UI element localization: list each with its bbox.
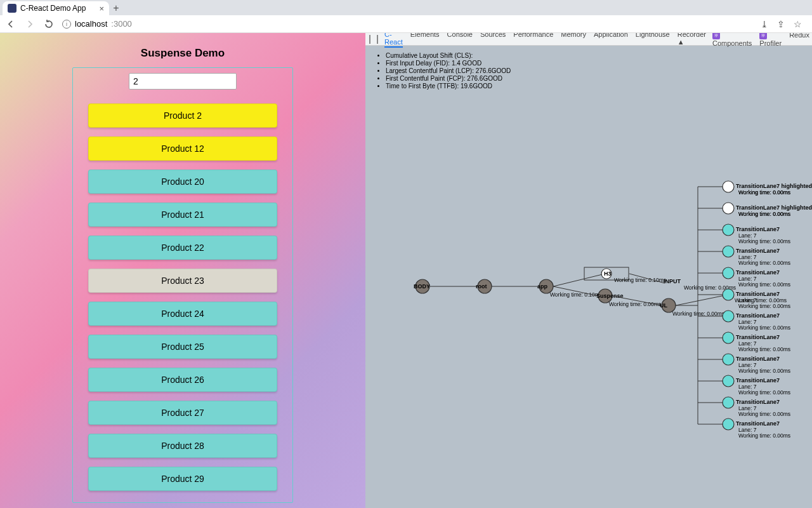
devtools-tab[interactable]: Application — [594, 33, 628, 48]
reload-icon[interactable] — [43, 18, 55, 30]
svg-line-25 — [676, 295, 728, 305]
url-host: localhost — [75, 19, 107, 29]
product-item[interactable]: Product 22 — [88, 236, 277, 260]
devtools-tab[interactable]: Lighthouse — [636, 33, 670, 48]
tab-title: C-React Demo App — [20, 4, 95, 13]
svg-point-31 — [723, 181, 734, 192]
svg-text:Working time: 0.00ms: Working time: 0.00ms — [738, 389, 790, 396]
browser-tab[interactable]: C-React Demo App × — [3, 1, 109, 15]
product-item[interactable]: Product 25 — [88, 335, 277, 359]
product-item[interactable]: Product 20 — [88, 170, 277, 194]
svg-point-51 — [723, 267, 734, 279]
toolbar: i localhost:3000 ⤓ ⇪ ☆ — [0, 15, 812, 33]
metrics-list: Cumulative Layout Shift (CLS):First Inpu… — [365, 46, 812, 90]
svg-text:TransitionLane7: TransitionLane7 — [736, 312, 780, 319]
svg-point-86 — [723, 418, 734, 430]
product-item[interactable]: Product 26 — [88, 368, 277, 392]
tab-strip: C-React Demo App × + — [0, 0, 812, 15]
svg-text:Working time: 0.00ms: Working time: 0.00ms — [738, 346, 790, 352]
svg-text:Working time: 0.00ms: Working time: 0.00ms — [738, 303, 790, 309]
new-tab-button[interactable]: + — [109, 1, 123, 15]
close-icon[interactable]: × — [99, 4, 104, 13]
svg-text:H3: H3 — [604, 271, 612, 277]
devtools-extensions: ⚛Components⚛ProfilerReduxAdBlock — [712, 33, 812, 47]
svg-text:UL: UL — [660, 302, 667, 309]
devtools-tabs: C-ReactElementsConsoleSourcesPerformance… — [384, 33, 706, 48]
devtools-tab[interactable]: Memory — [561, 33, 586, 48]
devtools-tab[interactable]: C-React — [384, 33, 403, 48]
svg-text:Working time: 0.00ms: Working time: 0.00ms — [738, 211, 790, 217]
devtools-tab[interactable]: Elements — [410, 33, 440, 48]
url-bar[interactable]: i localhost:3000 — [62, 17, 753, 31]
svg-text:TransitionLane7: TransitionLane7 — [736, 248, 780, 254]
svg-text:Working time: 0.00ms: Working time: 0.00ms — [738, 238, 790, 244]
product-list: Product 2Product 12Product 20Product 21P… — [88, 104, 277, 491]
product-item[interactable]: Product 12 — [88, 137, 277, 161]
svg-text:TransitionLane7: TransitionLane7 — [736, 420, 780, 427]
metric-item: First Input Delay (FID): 1.4 GOOD — [386, 60, 803, 67]
svg-point-81 — [723, 397, 734, 408]
svg-text:TransitionLane7: TransitionLane7 — [736, 334, 780, 340]
svg-point-41 — [723, 224, 734, 236]
product-item[interactable]: Product 2 — [88, 104, 277, 128]
element-picker-icon[interactable] — [369, 35, 370, 44]
svg-text:app: app — [537, 283, 548, 290]
svg-point-76 — [723, 375, 734, 387]
svg-text:TransitionLane7: TransitionLane7 — [736, 291, 780, 297]
forward-icon[interactable] — [24, 18, 36, 30]
svg-text:Working time: 0.00ms: Working time: 0.00ms — [738, 189, 790, 196]
page-title: Suspense Demo — [141, 47, 225, 60]
search-input[interactable] — [129, 73, 237, 90]
svg-text:Working time: 0.00ms: Working time: 0.00ms — [738, 260, 790, 266]
install-icon[interactable]: ⤓ — [761, 19, 768, 29]
url-port: :3000 — [111, 19, 132, 29]
svg-text:TransitionLane7: TransitionLane7 — [736, 269, 780, 276]
svg-point-61 — [723, 311, 734, 322]
product-item[interactable]: Product 21 — [88, 203, 277, 227]
product-item[interactable]: Product 29 — [88, 467, 277, 491]
star-icon[interactable]: ☆ — [794, 19, 802, 29]
site-info-icon[interactable]: i — [62, 20, 71, 29]
share-icon[interactable]: ⇪ — [777, 19, 785, 29]
svg-text:TransitionLane7 highlighted: TransitionLane7 highlighted — [736, 183, 812, 189]
svg-text:TransitionLane7: TransitionLane7 — [736, 356, 780, 362]
svg-point-36 — [723, 203, 734, 214]
svg-text:BODY: BODY — [414, 283, 430, 290]
svg-point-71 — [723, 354, 734, 365]
svg-text:Suspense: Suspense — [596, 293, 624, 299]
svg-text:Working time: 0.00ms: Working time: 0.00ms — [738, 411, 790, 417]
metric-item: First Contentful Paint (FCP): 276.6GOOD — [386, 75, 803, 82]
devtools-extension-tab[interactable]: ⚛Profiler — [759, 33, 782, 47]
chrome-actions: ⤓ ⇪ ☆ — [761, 19, 807, 29]
svg-text:TransitionLane7 highlighted: TransitionLane7 highlighted — [736, 204, 812, 211]
devtools-tab[interactable]: Sources — [480, 33, 506, 48]
svg-text:Working time: 0.00ms: Working time: 0.00ms — [738, 432, 790, 439]
svg-text:Working time: 0.00ms: Working time: 0.00ms — [738, 368, 790, 374]
metric-item: Largest Contentful Paint (LCP): 276.6GOO… — [386, 67, 803, 74]
svg-point-46 — [723, 246, 734, 257]
devtools-topbar: C-ReactElementsConsoleSourcesPerformance… — [365, 33, 812, 46]
devtools-tab[interactable]: Console — [447, 33, 473, 48]
svg-text:TransitionLane7: TransitionLane7 — [736, 226, 780, 232]
app-page: Suspense Demo Product 2Product 12Product… — [0, 33, 365, 508]
devtools-panel: C-ReactElementsConsoleSourcesPerformance… — [365, 33, 812, 508]
fiber-tree[interactable]: BODYrootappWorking time: 0.10msSuspenseW… — [365, 122, 812, 508]
devtools-extension-tab[interactable]: Redux — [789, 33, 809, 47]
devtools-tab[interactable]: Recorder ▲ — [678, 33, 706, 48]
product-item[interactable]: Product 23 — [88, 269, 277, 293]
svg-text:Working time: 0.10ms: Working time: 0.10ms — [550, 291, 602, 298]
device-toolbar-icon[interactable] — [377, 35, 378, 44]
product-item[interactable]: Product 24 — [88, 302, 277, 326]
devtools-tab[interactable]: Performance — [513, 33, 553, 48]
demo-container: Product 2Product 12Product 20Product 21P… — [72, 67, 293, 503]
product-item[interactable]: Product 27 — [88, 401, 277, 425]
metric-item: Cumulative Layout Shift (CLS): — [386, 52, 803, 59]
back-icon[interactable] — [5, 18, 16, 30]
svg-text:Working time: 0.00ms: Working time: 0.00ms — [738, 281, 790, 288]
svg-text:Working time: 0.00ms: Working time: 0.00ms — [609, 301, 661, 307]
product-item[interactable]: Product 28 — [88, 434, 277, 458]
devtools-extension-tab[interactable]: ⚛Components — [712, 33, 752, 47]
svg-text:TransitionLane7: TransitionLane7 — [736, 399, 780, 405]
svg-point-56 — [723, 289, 734, 300]
svg-text:TransitionLane7: TransitionLane7 — [736, 377, 780, 384]
